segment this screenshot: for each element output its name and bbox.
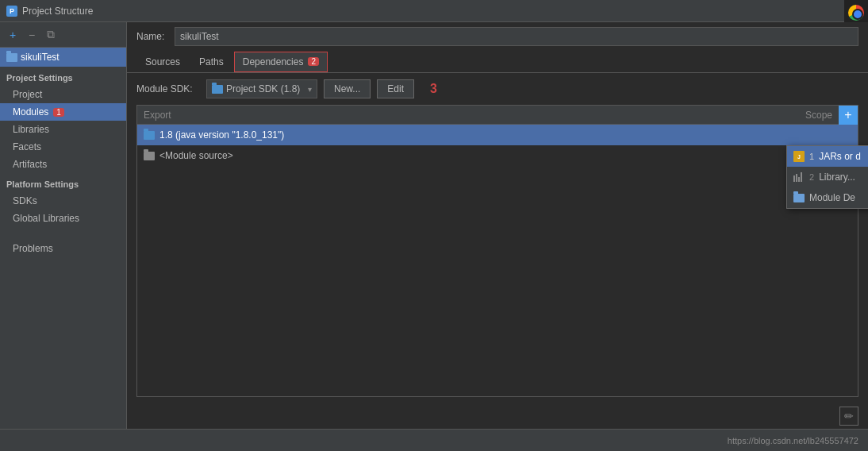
sidebar-item-project-label: Project bbox=[13, 89, 42, 100]
tab-paths-label: Paths bbox=[199, 56, 224, 67]
number-badge-3: 3 bbox=[427, 82, 440, 96]
name-row: Name: bbox=[127, 22, 868, 51]
dependencies-table: Export Scope + 1.8 (java version "1.8.0_… bbox=[136, 105, 858, 397]
sdk-dropdown-arrow: ▾ bbox=[308, 85, 312, 94]
project-settings-label: Project Settings bbox=[0, 67, 126, 86]
sidebar-item-problems[interactable]: Problems bbox=[0, 240, 126, 257]
title-bar: P Project Structure ✕ bbox=[0, 0, 868, 22]
remove-module-button[interactable]: − bbox=[24, 27, 40, 43]
sidebar-item-global-libraries[interactable]: Global Libraries bbox=[0, 210, 126, 227]
copy-module-button[interactable]: ⧉ bbox=[43, 27, 59, 43]
dropdown-item-module-dep[interactable]: Module De bbox=[787, 187, 868, 208]
sdk-row: Module SDK: Project SDK (1.8) ▾ New... E… bbox=[127, 73, 868, 105]
sdk-dropdown-text: Project SDK (1.8) bbox=[226, 83, 305, 94]
dropdown-item-library-num: 2 bbox=[809, 172, 814, 182]
sdk-folder-icon bbox=[212, 85, 223, 94]
sidebar: + − ⧉ sikuliTest Project Settings Projec… bbox=[0, 22, 127, 429]
edit-btn-area: ✏ bbox=[127, 403, 868, 429]
content-area: Name: Sources Paths Dependencies 2 Modul… bbox=[127, 22, 868, 429]
table-row-jdk[interactable]: 1.8 (java version "1.8.0_131") bbox=[137, 125, 858, 145]
status-bar: https://blog.csdn.net/lb245557472 bbox=[0, 429, 868, 451]
sidebar-item-facets[interactable]: Facets bbox=[0, 138, 126, 156]
jdk-folder-icon bbox=[144, 131, 155, 140]
window-icon: P bbox=[6, 6, 17, 17]
sidebar-item-modules-label: Modules bbox=[13, 106, 48, 118]
dropdown-item-library-label: Library... bbox=[819, 172, 855, 183]
edit-pencil-button[interactable]: ✏ bbox=[839, 407, 858, 426]
sidebar-item-problems-label: Problems bbox=[13, 243, 53, 254]
dropdown-item-jars-num: 1 bbox=[809, 152, 814, 161]
platform-settings-label: Platform Settings bbox=[0, 173, 126, 192]
edit-sdk-button[interactable]: Edit bbox=[377, 79, 414, 98]
sidebar-item-global-libraries-label: Global Libraries bbox=[13, 213, 79, 224]
tabs-row: Sources Paths Dependencies 2 bbox=[127, 51, 868, 73]
dropdown-item-jars[interactable]: J 1 JARs or d bbox=[787, 146, 868, 167]
name-input[interactable] bbox=[175, 27, 858, 46]
sidebar-item-libraries-label: Libraries bbox=[13, 124, 49, 135]
col-export-header: Export bbox=[137, 110, 775, 121]
table-row-jdk-content: 1.8 (java version "1.8.0_131") bbox=[137, 129, 794, 141]
jdk-row-text: 1.8 (java version "1.8.0_131") bbox=[159, 129, 284, 141]
window-title: Project Structure bbox=[22, 6, 849, 17]
tab-sources-label: Sources bbox=[145, 56, 180, 67]
sdk-label: Module SDK: bbox=[136, 83, 200, 94]
module-item-sikulitest[interactable]: sikuliTest bbox=[0, 48, 126, 67]
tab-paths[interactable]: Paths bbox=[190, 52, 232, 72]
sidebar-toolbar: + − ⧉ bbox=[0, 22, 126, 48]
dropdown-item-moddep-label: Module De bbox=[809, 192, 855, 203]
col-scope-header: Scope bbox=[775, 110, 839, 121]
table-row-module-content: <Module source> bbox=[137, 150, 794, 161]
sdk-dropdown[interactable]: Project SDK (1.8) ▾ bbox=[206, 79, 317, 98]
module-folder-icon bbox=[6, 53, 17, 62]
sidebar-item-libraries[interactable]: Libraries bbox=[0, 121, 126, 138]
new-sdk-button[interactable]: New... bbox=[324, 79, 371, 98]
add-dropdown-popup: J 1 JARs or d 2 Library... Mo bbox=[786, 145, 868, 209]
status-url: https://blog.csdn.net/lb245557472 bbox=[728, 436, 858, 445]
sidebar-item-facets-label: Facets bbox=[13, 141, 41, 152]
module-source-row-text: <Module source> bbox=[159, 150, 233, 161]
modules-badge: 1 bbox=[53, 108, 64, 117]
tab-dependencies-label: Dependencies bbox=[243, 56, 304, 67]
sidebar-item-sdks[interactable]: SDKs bbox=[0, 192, 126, 210]
add-dependency-button[interactable]: + bbox=[839, 106, 858, 125]
dropdown-item-library[interactable]: 2 Library... bbox=[787, 167, 868, 187]
add-module-button[interactable]: + bbox=[5, 27, 21, 43]
sidebar-item-modules[interactable]: Modules 1 bbox=[0, 103, 126, 121]
tab-sources[interactable]: Sources bbox=[136, 52, 189, 72]
library-icon bbox=[793, 172, 805, 182]
sidebar-item-artifacts[interactable]: Artifacts bbox=[0, 156, 126, 173]
sidebar-item-sdks-label: SDKs bbox=[13, 195, 37, 206]
dependencies-badge: 2 bbox=[308, 57, 319, 66]
sidebar-item-artifacts-label: Artifacts bbox=[13, 159, 47, 170]
module-item-label: sikuliTest bbox=[21, 52, 60, 63]
tab-dependencies[interactable]: Dependencies 2 bbox=[234, 52, 328, 72]
module-source-folder-icon bbox=[144, 152, 155, 160]
table-header: Export Scope + bbox=[137, 106, 858, 125]
chrome-icon bbox=[848, 5, 864, 21]
module-dep-icon bbox=[793, 194, 805, 202]
name-label: Name: bbox=[136, 31, 168, 42]
dropdown-item-jars-label: JARs or d bbox=[819, 151, 861, 162]
sidebar-item-project[interactable]: Project bbox=[0, 86, 126, 103]
jar-icon: J bbox=[793, 151, 805, 162]
table-row-module-source[interactable]: <Module source> bbox=[137, 145, 858, 166]
